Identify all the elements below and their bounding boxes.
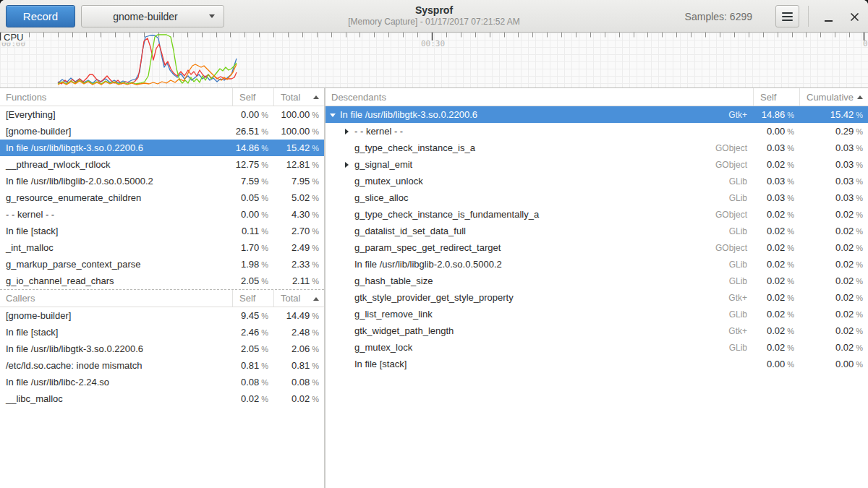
library-badge: GLib — [729, 343, 753, 353]
table-row[interactable]: g_resource_enumerate_children0.05%5.02% — [0, 189, 324, 206]
cpu-chart-label: CPU — [2, 33, 25, 43]
expander-spacer — [344, 261, 351, 268]
library-badge: GLib — [729, 226, 753, 236]
functions-self-column-header[interactable]: Self — [232, 88, 273, 106]
right-pane: Descendants Self Cumulative In file /usr… — [326, 88, 868, 488]
tree-row[interactable]: g_mutex_lockGLib0.02%0.02% — [326, 339, 868, 356]
function-name: In file /usr/lib/libgtk-3.so.0.2200.6 — [0, 343, 232, 354]
table-row[interactable]: - - kernel - -0.00%4.30% — [0, 206, 324, 223]
tree-row[interactable]: In file [stack]0.00%0.00% — [326, 356, 868, 372]
tree-row[interactable]: g_list_remove_linkGLib0.02%0.02% — [326, 306, 868, 322]
function-name: - - kernel - - — [0, 209, 232, 220]
tree-row[interactable]: g_type_check_instance_is_aGObject0.03%0.… — [326, 140, 868, 156]
cumulative-percent: 0.02% — [799, 342, 868, 353]
self-percent: 0.02% — [753, 342, 799, 353]
function-name: _int_malloc — [0, 242, 232, 253]
total-percent: 2.70% — [273, 226, 324, 236]
function-name: __pthread_rwlock_rdlock — [0, 159, 232, 170]
record-button[interactable]: Record — [6, 5, 75, 27]
self-percent: 0.00% — [232, 109, 273, 120]
tree-row[interactable]: g_type_check_instance_is_fundamentally_a… — [326, 206, 868, 223]
expander-closed-icon[interactable] — [344, 128, 351, 135]
table-row[interactable]: In file /usr/lib/libc-2.24.so0.08%0.08% — [0, 374, 324, 390]
tree-row[interactable]: gtk_style_provider_get_style_propertyGtk… — [326, 289, 868, 306]
tree-row[interactable]: g_mutex_unlockGLib0.03%0.03% — [326, 173, 868, 189]
function-name: In file [stack] — [354, 359, 407, 369]
function-name: g_param_spec_get_redirect_target — [354, 242, 501, 253]
table-row[interactable]: In file /usr/lib/libglib-2.0.so.0.5000.2… — [0, 173, 324, 189]
cumulative-percent: 0.02% — [799, 226, 868, 236]
descendants-self-column-header[interactable]: Self — [753, 88, 799, 106]
total-percent: 12.81% — [273, 159, 324, 170]
table-row[interactable]: __libc_malloc0.02%0.02% — [0, 390, 324, 407]
table-row[interactable]: In file /usr/lib/libgtk-3.so.0.2200.62.0… — [0, 341, 324, 357]
descendants-column-header[interactable]: Descendants — [326, 92, 753, 103]
sysprof-window: Record gnome-builder Sysprof [Memory Cap… — [0, 0, 868, 488]
library-badge: Gtk+ — [728, 293, 753, 303]
tree-row[interactable]: gtk_widget_path_lengthGtk+0.02%0.02% — [326, 322, 868, 339]
function-name: g_io_channel_read_chars — [0, 275, 232, 286]
library-badge: Gtk+ — [728, 326, 753, 336]
table-row[interactable]: In file /usr/lib/libgtk-3.so.0.2200.614.… — [0, 140, 324, 156]
menu-button[interactable] — [775, 5, 799, 27]
table-row[interactable]: __pthread_rwlock_rdlock12.75%12.81% — [0, 156, 324, 173]
tree-row[interactable]: In file /usr/lib/libglib-2.0.so.0.5000.2… — [326, 256, 868, 273]
sort-ascending-icon — [313, 297, 319, 301]
cumulative-percent: 0.03% — [799, 142, 868, 153]
tree-row[interactable]: g_signal_emitGObject0.02%0.03% — [326, 156, 868, 173]
profile-content: Functions Self Total [Everything]0.00%10… — [0, 88, 868, 488]
callers-self-column-header[interactable]: Self — [232, 290, 273, 307]
function-name: [gnome-builder] — [0, 126, 232, 137]
callers-column-header[interactable]: Callers — [0, 293, 232, 304]
target-process-dropdown[interactable]: gnome-builder — [81, 5, 224, 27]
table-row[interactable]: [gnome-builder]26.51%100.00% — [0, 123, 324, 140]
table-row[interactable]: g_markup_parse_context_parse1.98%2.33% — [0, 256, 324, 273]
self-percent: 0.02% — [753, 242, 799, 253]
tree-row[interactable]: g_slice_allocGLib0.03%0.03% — [326, 189, 868, 206]
table-row[interactable]: In file [stack]2.46%2.48% — [0, 324, 324, 341]
self-percent: 0.00% — [232, 209, 273, 220]
function-name: g_list_remove_link — [354, 309, 433, 320]
expander-spacer — [344, 145, 351, 152]
close-button[interactable] — [845, 7, 864, 26]
tree-row[interactable]: - - kernel - -0.00%0.29% — [326, 123, 868, 140]
self-percent: 0.03% — [753, 192, 799, 203]
total-percent: 2.48% — [273, 327, 324, 338]
functions-column-header[interactable]: Functions — [0, 92, 232, 103]
library-badge: GObject — [715, 143, 753, 153]
table-row[interactable]: [Everything]0.00%100.00% — [0, 106, 324, 123]
tree-row[interactable]: g_datalist_id_set_data_fullGLib0.02%0.02… — [326, 223, 868, 239]
function-name: In file [stack] — [0, 327, 232, 338]
library-badge: GLib — [729, 260, 753, 270]
table-row[interactable]: g_io_channel_read_chars2.05%2.11% — [0, 273, 324, 289]
function-name: g_type_check_instance_is_a — [354, 142, 475, 153]
table-row[interactable]: /etc/ld.so.cache: inode mismatch0.81%0.8… — [0, 357, 324, 374]
expander-closed-icon[interactable] — [344, 161, 351, 168]
function-name: g_resource_enumerate_children — [0, 192, 232, 203]
table-row[interactable]: In file [stack]0.11%2.70% — [0, 223, 324, 239]
cumulative-percent: 0.02% — [799, 242, 868, 253]
table-row[interactable]: _int_malloc1.70%2.49% — [0, 239, 324, 256]
self-percent: 0.02% — [753, 226, 799, 236]
minimize-button[interactable] — [819, 7, 838, 26]
self-percent: 0.02% — [753, 209, 799, 220]
tree-row[interactable]: In file /usr/lib/libgtk-3.so.0.2200.6Gtk… — [326, 106, 868, 123]
cumulative-percent: 0.02% — [799, 309, 868, 320]
descendants-cumulative-column-header[interactable]: Cumulative — [799, 88, 868, 106]
cumulative-percent: 0.02% — [799, 259, 868, 270]
function-name: g_markup_parse_context_parse — [0, 259, 232, 270]
functions-total-column-header[interactable]: Total — [273, 88, 324, 106]
self-percent: 14.86% — [232, 142, 273, 153]
tree-row[interactable]: g_hash_table_sizeGLib0.02%0.02% — [326, 273, 868, 289]
callers-total-column-header[interactable]: Total — [273, 290, 324, 307]
total-percent: 2.11% — [273, 275, 324, 286]
table-row[interactable]: [gnome-builder]9.45%14.49% — [0, 307, 324, 324]
cpu-series-cpu2 — [58, 35, 237, 84]
tree-row[interactable]: g_param_spec_get_redirect_targetGObject0… — [326, 239, 868, 256]
library-badge: GLib — [729, 176, 753, 187]
self-percent: 0.11% — [232, 226, 273, 236]
expander-open-icon[interactable] — [330, 111, 336, 119]
function-name: In file /usr/lib/libglib-2.0.so.0.5000.2 — [354, 259, 502, 270]
cpu-usage-chart[interactable]: CPU 00:0000:3001:00 — [0, 33, 868, 88]
target-process-label: gnome-builder — [82, 11, 209, 22]
